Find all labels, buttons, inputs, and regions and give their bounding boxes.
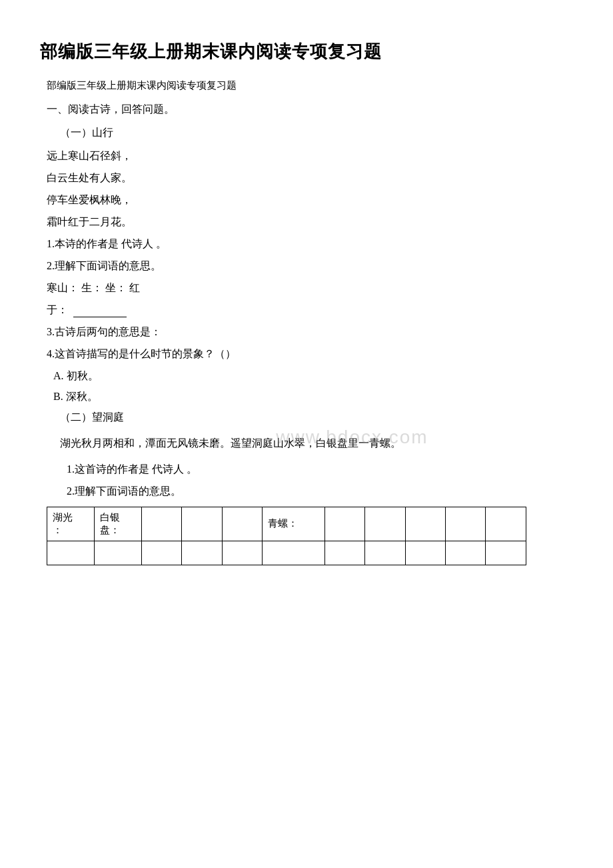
answer-blank xyxy=(73,317,127,317)
vocab-cell-baiyinpan-label: 白银盘： xyxy=(94,507,141,541)
vocab-cell-qingluo-val1 xyxy=(324,507,364,541)
vocab-answer-10 xyxy=(446,541,486,565)
vocab-answer-6 xyxy=(263,541,325,565)
poem1-q2: 2.理解下面词语的意思。 xyxy=(40,259,573,273)
vocab-table-header-row: 湖光： 白银盘： 青螺： xyxy=(47,507,526,541)
subtitle: 部编版三年级上册期末课内阅读专项复习题 xyxy=(40,79,573,92)
poem1-option-b: B. 深秋。 xyxy=(40,390,573,404)
vocab-answer-5 xyxy=(222,541,262,565)
vocab-answer-8 xyxy=(365,541,405,565)
vocab-cell-qingluo-val5 xyxy=(486,507,526,541)
poem2-q1: 1.这首诗的作者是 代诗人 。 xyxy=(40,463,573,477)
poem1-q4: 4.这首诗描写的是什么时节的景象？（） xyxy=(40,347,573,361)
vocab-answer-1 xyxy=(47,541,95,565)
poem1-line4: 霜叶红于二月花。 xyxy=(40,215,573,229)
poem1-title: （一）山行 xyxy=(40,126,573,140)
poem1-q1: 1.本诗的作者是 代诗人 。 xyxy=(40,237,573,251)
poem1-line3: 停车坐爱枫林晚， xyxy=(40,193,573,207)
section1-heading: 一、阅读古诗，回答问题。 xyxy=(40,103,573,117)
poem1-line1: 远上寒山石径斜， xyxy=(40,149,573,163)
vocab-answer-9 xyxy=(405,541,445,565)
poem2-q2: 2.理解下面词语的意思。 xyxy=(40,485,573,499)
main-title: 部编版三年级上册期末课内阅读专项复习题 xyxy=(40,40,573,63)
vocab-table-content-row xyxy=(47,541,526,565)
vocab-cell-huguang-label: 湖光： xyxy=(47,507,95,541)
vocab-cell-baiyinpan-val3 xyxy=(222,507,262,541)
vocab-cell-qingluo-val3 xyxy=(405,507,445,541)
poem1-line2: 白云生处有人家。 xyxy=(40,171,573,185)
vocab-cell-qingluo-label: 青螺： xyxy=(263,507,325,541)
vocab-answer-2 xyxy=(94,541,141,565)
vocab-answer-7 xyxy=(324,541,364,565)
vocab-cell-baiyinpan-val2 xyxy=(182,507,222,541)
poem1-q2-vocab2: 于： xyxy=(40,303,573,317)
poem1-q3: 3.古诗后两句的意思是： xyxy=(40,325,573,339)
vocab-cell-qingluo-val2 xyxy=(365,507,405,541)
vocab-answer-3 xyxy=(141,541,181,565)
poem2-title: （二）望洞庭 xyxy=(40,411,573,425)
vocab-table: 湖光： 白银盘： 青螺： xyxy=(47,507,526,565)
vocab-answer-11 xyxy=(486,541,526,565)
vocab-cell-qingluo-val4 xyxy=(446,507,486,541)
poem2-prose: 湖光秋月两相和，潭面无风镜未磨。遥望洞庭山水翠，白银盘里一青螺。 xyxy=(40,434,573,453)
vocab-cell-baiyinpan-val1 xyxy=(141,507,181,541)
poem1-option-a: A. 初秋。 xyxy=(40,369,573,383)
vocab-answer-4 xyxy=(182,541,222,565)
poem1-q2-vocab: 寒山： 生： 坐： 红 xyxy=(40,281,573,295)
